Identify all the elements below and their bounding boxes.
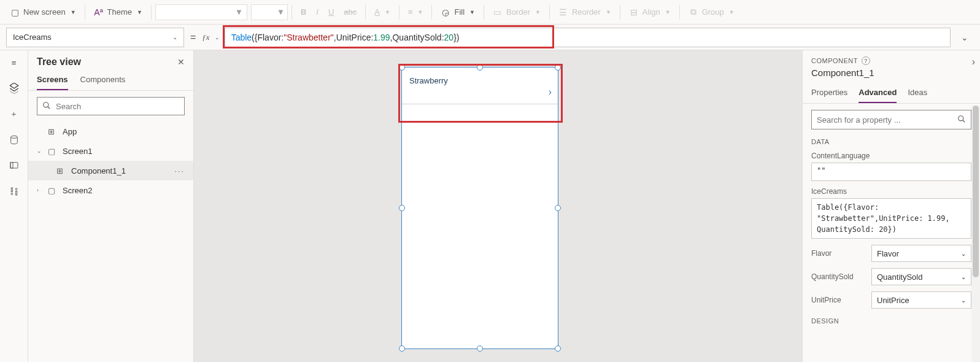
- design-canvas[interactable]: Strawberry ›: [194, 50, 802, 362]
- property-name: IceCreams: [13, 33, 52, 42]
- font-color-button[interactable]: A▼: [369, 5, 395, 19]
- fill-icon: ◶: [441, 7, 450, 17]
- media-icon[interactable]: [7, 158, 21, 173]
- section-data: DATA: [811, 138, 971, 145]
- resize-handle[interactable]: [399, 345, 405, 352]
- tree-view-icon[interactable]: [7, 81, 21, 96]
- chevron-down-icon: ▼: [469, 9, 475, 15]
- chevron-right-icon: ›: [37, 187, 43, 193]
- flavor-label: Flavor: [811, 249, 866, 258]
- help-icon[interactable]: ?: [862, 56, 870, 65]
- tree-row-screen2[interactable]: › ▢ Screen2: [28, 180, 193, 200]
- screen-icon: ▢: [48, 186, 58, 195]
- formula-input[interactable]: Table({Flavor: "Strawbetter",UnitPrice: …: [225, 28, 951, 47]
- border-label: Border: [506, 7, 530, 17]
- property-search-input[interactable]: [817, 115, 957, 125]
- resize-handle[interactable]: [399, 205, 405, 211]
- bold-button[interactable]: B: [296, 5, 311, 19]
- tools-icon[interactable]: [7, 184, 21, 199]
- flavor-select[interactable]: Flavor ⌄: [871, 245, 971, 262]
- unitprice-row: UnitPrice UnitPrice ⌄: [811, 291, 971, 309]
- quantitysold-label: QuantitySold: [811, 272, 866, 281]
- chevron-down-icon: ⌄: [172, 34, 177, 40]
- main-area: ≡ ＋ Tree view ✕ Screens Components: [0, 50, 980, 362]
- svg-rect-4: [15, 191, 17, 195]
- tree-search[interactable]: [37, 97, 185, 115]
- close-icon[interactable]: ✕: [177, 57, 185, 67]
- scrollbar-thumb[interactable]: [973, 106, 979, 277]
- align-button[interactable]: ⊟ Align ▼: [624, 5, 676, 20]
- component-name[interactable]: Component1_1: [811, 65, 971, 83]
- contentlanguage-label: ContentLanguage: [811, 152, 971, 160]
- tree-row-app[interactable]: ⊞ App: [28, 121, 193, 141]
- strike-button[interactable]: abc: [339, 5, 361, 19]
- tab-ideas[interactable]: Ideas: [908, 85, 927, 103]
- chevron-right-icon[interactable]: ›: [972, 56, 975, 67]
- resize-handle[interactable]: [477, 345, 483, 352]
- reorder-label: Reorder: [572, 7, 601, 17]
- more-icon[interactable]: ···: [174, 166, 185, 175]
- hamburger-icon[interactable]: ≡: [7, 55, 21, 70]
- svg-rect-2: [10, 163, 13, 168]
- tab-screens[interactable]: Screens: [37, 71, 68, 90]
- tree-row-screen1[interactable]: ⌄ ▢ Screen1: [28, 141, 193, 161]
- data-icon[interactable]: [7, 133, 21, 147]
- border-icon: ▭: [493, 7, 503, 17]
- contentlanguage-input[interactable]: "": [811, 163, 971, 181]
- divider: [85, 5, 85, 20]
- insert-icon[interactable]: ＋: [7, 107, 21, 121]
- unitprice-select[interactable]: UnitPrice ⌄: [871, 291, 971, 309]
- svg-line-8: [48, 106, 50, 109]
- component-icon: ⊞: [56, 166, 66, 175]
- reorder-button[interactable]: ☰ Reorder ▼: [554, 5, 616, 20]
- properties-tabs: Properties Advanced Ideas: [803, 85, 980, 104]
- resize-handle[interactable]: [555, 205, 561, 211]
- font-family-select[interactable]: ▼: [155, 4, 247, 20]
- tab-components[interactable]: Components: [80, 71, 126, 90]
- tab-properties[interactable]: Properties: [811, 85, 847, 103]
- scrollbar[interactable]: [971, 106, 980, 362]
- property-search[interactable]: [811, 110, 971, 129]
- border-button[interactable]: ▭ Border ▼: [488, 5, 546, 20]
- fx-icon[interactable]: ƒx: [202, 33, 209, 42]
- chevron-down-icon[interactable]: ⌄: [215, 34, 220, 40]
- svg-point-7: [44, 102, 48, 107]
- chevron-down-icon: ⌄: [961, 250, 966, 257]
- property-selector[interactable]: IceCreams ⌄: [6, 28, 184, 47]
- fill-label: Fill: [454, 7, 465, 17]
- component-type-label: COMPONENT: [811, 57, 858, 64]
- expand-formula-button[interactable]: ⌄: [955, 33, 974, 42]
- tab-advanced[interactable]: Advanced: [858, 85, 897, 103]
- section-design: DESIGN: [811, 317, 971, 325]
- fill-button[interactable]: ◶ Fill ▼: [436, 5, 480, 20]
- underline-button[interactable]: U: [323, 5, 339, 19]
- icecreams-input[interactable]: Table({Flavor: "Strawbetter",UnitPrice: …: [811, 198, 971, 239]
- svg-point-9: [959, 115, 963, 120]
- svg-point-5: [11, 193, 13, 195]
- text-align-button[interactable]: ≡▼: [403, 5, 428, 19]
- italic-button[interactable]: I: [311, 5, 323, 19]
- equals-sign: =: [190, 32, 196, 43]
- tree-header: Tree view ✕: [28, 50, 193, 71]
- tree-search-input[interactable]: [56, 102, 179, 111]
- top-toolbar: ▢ New screen ▼ Aª Theme ▼ ▼ ▼ B I U abc …: [0, 0, 980, 25]
- font-size-input[interactable]: ▼: [251, 4, 288, 20]
- formula-container: ƒx ⌄ Table({Flavor: "Strawbetter",UnitPr…: [202, 28, 974, 47]
- tree-label: Screen2: [63, 186, 92, 195]
- svg-rect-3: [11, 188, 12, 192]
- group-button[interactable]: ⧉ Group ▼: [684, 4, 739, 20]
- new-screen-button[interactable]: ▢ New screen ▼: [5, 5, 81, 20]
- tree-row-component[interactable]: ⊞ Component1_1 ···: [28, 161, 193, 180]
- svg-point-0: [10, 136, 17, 138]
- tree-tabs: Screens Components: [28, 71, 193, 91]
- tree-label: Component1_1: [71, 166, 126, 175]
- search-icon: [957, 115, 966, 125]
- quantitysold-row: QuantitySold QuantitySold ⌄: [811, 268, 971, 285]
- theme-button[interactable]: Aª Theme ▼: [89, 5, 147, 20]
- group-icon: ⧉: [689, 7, 698, 17]
- resize-handle[interactable]: [555, 345, 561, 352]
- svg-rect-1: [10, 163, 18, 168]
- search-icon: [42, 101, 51, 112]
- chevron-down-icon: ▼: [665, 9, 671, 15]
- quantitysold-select[interactable]: QuantitySold ⌄: [871, 268, 971, 285]
